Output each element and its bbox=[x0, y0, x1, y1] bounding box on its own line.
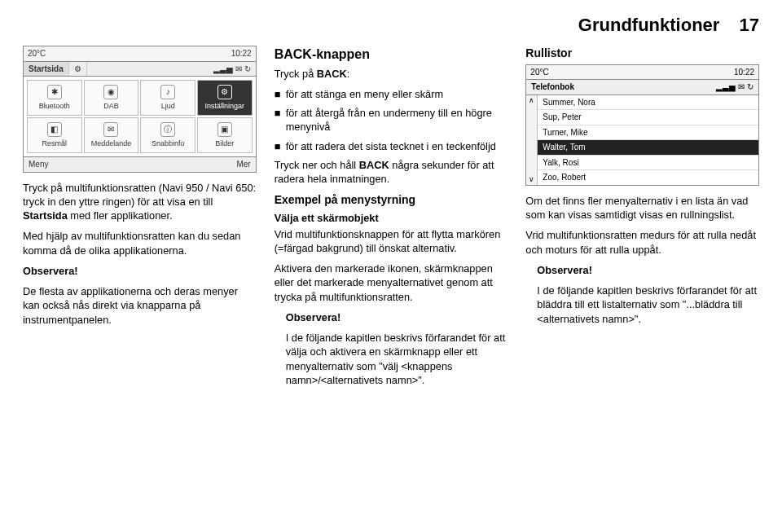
destination-icon: ◧ bbox=[47, 122, 62, 137]
app-dab[interactable]: ◉ DAB bbox=[84, 80, 139, 116]
back-heading: BACK-knappen bbox=[275, 46, 508, 64]
bullet-text: för att återgå från en undermeny till en… bbox=[286, 106, 508, 134]
app-quickinfo[interactable]: ⓘ Snabbinfo bbox=[140, 117, 196, 153]
scroll-down-icon[interactable]: ∨ bbox=[529, 176, 534, 183]
status-temp: 20°C bbox=[28, 48, 46, 59]
status-bar: 20°C 10:22 bbox=[24, 46, 256, 62]
scroll-lists-heading: Rullistor bbox=[525, 46, 759, 61]
col1-p2: Med hjälp av multifunktionsratten kan du… bbox=[23, 229, 257, 257]
list-items: Summer, Nora Sup, Peter Turner, Mike Wal… bbox=[538, 95, 758, 185]
app-message[interactable]: ✉ Meddelande bbox=[84, 117, 139, 153]
bullet-2: ■för att återgå från en undermeny till e… bbox=[275, 106, 508, 134]
list-item[interactable]: Yalk, Rosi bbox=[538, 156, 758, 171]
observera-label: Observera! bbox=[537, 264, 592, 276]
status-icons: ▂▃▅ ✉ ↻ bbox=[711, 80, 758, 95]
bullet-icon: ■ bbox=[275, 106, 281, 134]
text: : bbox=[347, 68, 350, 80]
app-label: Bilder bbox=[215, 138, 234, 148]
list-title: Telefonbok bbox=[526, 80, 579, 95]
bullet-3: ■för att radera det sista tecknet i en t… bbox=[275, 139, 508, 153]
app-label: Bluetooth bbox=[39, 101, 70, 111]
col3-obs-text: I de följande kapitlen beskrivs förfaran… bbox=[537, 284, 759, 326]
select-object-heading: Välja ett skärmobjekt bbox=[275, 211, 508, 225]
tab-settings-icon[interactable]: ⚙ bbox=[69, 62, 87, 77]
bottom-bar: Meny Mer bbox=[24, 156, 256, 172]
settings-icon: ⚙ bbox=[217, 85, 232, 99]
observera-label: Observera! bbox=[23, 265, 78, 277]
app-label: Meddelande bbox=[91, 138, 132, 148]
dab-icon: ◉ bbox=[103, 85, 118, 99]
phonebook-screenshot: 20°C 10:22 Telefonbok ▂▃▅ ✉ ↻ ∧ ∨ Summer… bbox=[525, 64, 759, 186]
tab-home[interactable]: Startsida bbox=[24, 62, 69, 77]
column-2: BACK-knappen Tryck på BACK: ■för att stä… bbox=[275, 46, 508, 394]
col3-p2: Vrid multifunktionsratten medurs för att… bbox=[525, 228, 759, 257]
page-number: 17 bbox=[740, 15, 759, 35]
app-pictures[interactable]: ▣ Bilder bbox=[197, 117, 253, 153]
sel-p2: Aktivera den markerade ikonen, skärmknap… bbox=[275, 262, 508, 304]
tab-bar: Startsida ⚙ ▂▃▅ ✉ ↻ bbox=[24, 62, 256, 77]
scrollbar[interactable]: ∧ ∨ bbox=[526, 95, 538, 185]
text: Tryck på bbox=[275, 68, 317, 80]
menu-example-heading: Exempel på menystyrning bbox=[275, 192, 508, 208]
app-label: Inställningar bbox=[205, 101, 245, 111]
columns: 20°C 10:22 Startsida ⚙ ▂▃▅ ✉ ↻ ✱ Bluetoo… bbox=[23, 46, 759, 394]
col1-obs-text: De flesta av applikationerna och deras m… bbox=[23, 284, 257, 327]
list-item[interactable]: Sup, Peter bbox=[538, 110, 758, 125]
bottom-more[interactable]: Mer bbox=[236, 159, 250, 170]
message-icon: ✉ bbox=[103, 122, 118, 137]
back-bold-2: BACK bbox=[359, 159, 389, 171]
status-bar-2: 20°C 10:22 bbox=[526, 65, 758, 81]
bullet-icon: ■ bbox=[275, 87, 281, 101]
list-item[interactable]: Zoo, Robert bbox=[538, 170, 758, 185]
app-label: DAB bbox=[103, 101, 119, 111]
sel-p1: Vrid multifunktionsknappen för att flytt… bbox=[275, 227, 508, 256]
col1-p1: Tryck på multifunktionsratten (Navi 950 … bbox=[23, 181, 257, 223]
app-label: Resmål bbox=[42, 138, 68, 148]
text: Tryck på multifunktionsratten (Navi 950 … bbox=[23, 182, 256, 208]
status-time: 10:22 bbox=[231, 48, 252, 59]
column-3: Rullistor 20°C 10:22 Telefonbok ▂▃▅ ✉ ↻ … bbox=[525, 46, 759, 394]
audio-icon: ♪ bbox=[160, 85, 175, 99]
bullet-1: ■för att stänga en meny eller skärm bbox=[275, 87, 508, 101]
status-time: 10:22 bbox=[734, 67, 754, 78]
back-hold: Tryck ner och håll BACK några sekunder f… bbox=[275, 158, 508, 187]
app-audio[interactable]: ♪ Ljud bbox=[140, 80, 196, 116]
page-header: Grundfunktioner 17 bbox=[23, 15, 759, 36]
column-1: 20°C 10:22 Startsida ⚙ ▂▃▅ ✉ ↻ ✱ Bluetoo… bbox=[23, 46, 257, 394]
col2-obs-text: I de följande kapitlen beskrivs förfaran… bbox=[286, 331, 508, 387]
text: Tryck ner och håll bbox=[275, 159, 359, 171]
app-settings[interactable]: ⚙ Inställningar bbox=[197, 80, 253, 116]
app-bluetooth[interactable]: ✱ Bluetooth bbox=[27, 80, 82, 116]
status-icons: ▂▃▅ ✉ ↻ bbox=[209, 62, 256, 77]
status-temp: 20°C bbox=[530, 67, 548, 78]
list-body: ∧ ∨ Summer, Nora Sup, Peter Turner, Mike… bbox=[526, 95, 758, 185]
info-icon: ⓘ bbox=[160, 122, 175, 137]
scroll-up-icon[interactable]: ∧ bbox=[529, 97, 534, 104]
observera-label: Observera! bbox=[286, 311, 341, 323]
bluetooth-icon: ✱ bbox=[47, 85, 62, 99]
startsida-bold: Startsida bbox=[23, 209, 68, 222]
list-item-selected[interactable]: Walter, Tom bbox=[538, 140, 758, 156]
pictures-icon: ▣ bbox=[217, 122, 232, 137]
col3-p1: Om det finns fler menyalternativ i en li… bbox=[525, 194, 759, 222]
app-label: Snabbinfo bbox=[152, 138, 185, 148]
back-intro: Tryck på BACK: bbox=[275, 67, 508, 81]
header-title: Grundfunktioner bbox=[578, 15, 720, 35]
bottom-menu[interactable]: Meny bbox=[29, 159, 48, 170]
app-label: Ljud bbox=[161, 101, 175, 111]
device-home-screenshot: 20°C 10:22 Startsida ⚙ ▂▃▅ ✉ ↻ ✱ Bluetoo… bbox=[23, 46, 257, 173]
back-bold: BACK bbox=[317, 68, 347, 80]
list-titlebar: Telefonbok ▂▃▅ ✉ ↻ bbox=[526, 80, 758, 95]
bullet-text: för att stänga en meny eller skärm bbox=[286, 87, 443, 101]
bullet-text: för att radera det sista tecknet i en te… bbox=[286, 139, 496, 153]
app-destination[interactable]: ◧ Resmål bbox=[27, 117, 82, 153]
list-item[interactable]: Summer, Nora bbox=[538, 95, 758, 111]
list-item[interactable]: Turner, Mike bbox=[538, 125, 758, 141]
bullet-icon: ■ bbox=[275, 139, 281, 153]
app-grid: ✱ Bluetooth ◉ DAB ♪ Ljud ⚙ Inställningar… bbox=[24, 77, 256, 156]
text: med fler applikationer. bbox=[68, 209, 173, 222]
